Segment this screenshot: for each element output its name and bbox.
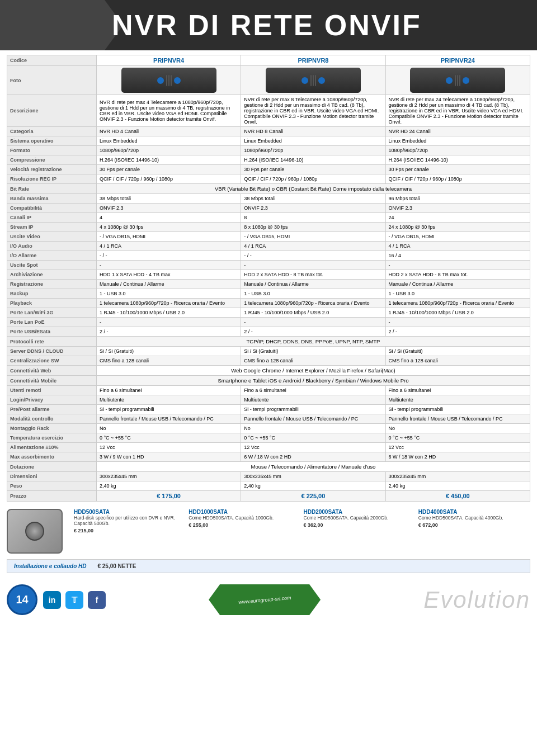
row-label: Server DDNS / CLOUD [7,347,97,356]
nvr-light2 [318,77,325,84]
website-arrow: www.eurogroup-srl.com [209,584,321,615]
product-photo-0 [96,66,241,95]
row-label: Centralizzazione SW [7,356,97,366]
product-photo-1 [241,66,385,95]
row-value: NVR di rete per max 8 Telecamere a 1080p… [241,95,385,127]
nvr-light [302,77,308,84]
row-label: Dimensioni [7,472,97,481]
span-row-label: Protocolli rete [7,337,97,347]
hdd-product-item: HDD500SATA Hard-disk specifico per utili… [74,509,186,533]
row-value: Pannello frontale / Mouse USB / Telecoma… [96,414,241,424]
row-value: Fino a 6 simultanei [385,386,530,395]
row-value: - [241,318,385,327]
span-row-value: Web Google Chrome / Internet Explorer / … [96,366,530,376]
row-value: Si / Si (Gratuiti) [96,347,241,356]
row-value: 24 x 1080p @ 30 fps [385,223,530,232]
nvr-vent [166,75,172,86]
row-value: Multiutente [241,395,385,405]
row-value: 1 - USB 3.0 [241,289,385,299]
row-label: Categoria [7,127,97,136]
row-value: H.264 (ISO/IEC 14496-10) [241,155,385,165]
badge-number: 14 [16,593,28,606]
row-value: ONVIF 2.3 [96,204,241,213]
row-value: H.264 (ISO/IEC 14496-10) [385,155,530,165]
facebook-icon[interactable]: f [88,591,106,609]
row-value: 16 / 4 [385,251,530,261]
row-value: - [385,261,530,270]
row-value: ONVIF 2.3 [241,204,385,213]
row-value: NVR HD 24 Canali [385,127,530,136]
hdd-product-item: HDD1000SATA Come HDD500SATA. Capacità 10… [189,509,300,533]
price-value-c3: € 450,00 [385,491,530,502]
row-value: CMS fino a 128 canali [241,356,385,366]
install-label: Installazione e collaudo HD [14,563,86,569]
row-value: - / - [96,251,241,261]
price-value-c1: € 175,00 [96,491,241,502]
price-label: Prezzo [7,491,97,502]
row-value: 300x235x45 mm [96,472,241,481]
row-label: I/O Audio [7,242,97,251]
footer: 14 in 𝕋 f www.eurogroup-srl.com Evolutio… [0,576,537,621]
row-value: Si / Si (Gratuiti) [241,347,385,356]
hdd-price: € 672,00 [418,522,530,528]
row-value: 2 / - [385,327,530,337]
hdd-product-item: HDD4000SATA Come HDD500SATA. Capacità 40… [418,509,530,533]
row-value: CMS fino a 128 canali [385,356,530,366]
nvr-device-visual [121,68,216,93]
row-value: 4 / 1 RCA [96,242,241,251]
page-header: NVR DI RETE ONVIF [0,0,537,50]
row-value: 8 [241,213,385,223]
row-value: Si - tempi programmabili [241,405,385,414]
row-label: Registrazione [7,280,97,289]
row-label: Modalità controllo [7,414,97,424]
row-value: Si - tempi programmabili [96,405,241,414]
span-row-label: Connettività Mobile [7,376,97,386]
row-value: 300x235x45 mm [241,472,385,481]
hdd-disk-visual [7,509,63,554]
span-row-label: Bit Rate [7,184,97,194]
nvr-light [157,77,164,84]
hdd-price: € 362,00 [304,522,416,528]
row-value: 4 [96,213,241,223]
row-value: QCIF / CIF / 720p / 960p / 1080p [241,174,385,184]
span-row-label: Dotazione [7,462,97,472]
foto-label: Foto [7,66,97,95]
row-value: 2 / - [241,327,385,337]
nvr-light [446,77,453,84]
website-area: www.eurogroup-srl.com [209,584,321,615]
hdd-product-item: HDD2000SATA Come HDD500SATA. Capacità 20… [304,509,416,533]
row-value: 1 telecamera 1080p/960p/720p - Ricerca o… [241,299,385,308]
row-label: Porte Lan PoE [7,318,97,327]
row-label: Utenti remoti [7,386,97,395]
row-label: Playback [7,299,97,308]
row-label: Sistema operativo [7,136,97,146]
span-row-value: TCP/IP, DHCP, DDNS, DNS, PPPoE, UPNP, NT… [96,337,530,347]
row-label: Max assorbimento [7,452,97,462]
row-value: 1 - USB 3.0 [385,289,530,299]
row-label: Formato [7,146,97,155]
row-label: Compatibilità [7,204,97,213]
footer-left: 14 in 𝕋 f [7,584,106,615]
row-label: Archiviazione [7,270,97,280]
row-label: Stream IP [7,223,97,232]
row-value: Manuale / Continua / Allarme [96,280,241,289]
header-arrow-decoration [0,0,123,50]
row-value: 2 / - [96,327,241,337]
row-value: 12 Vcc [96,443,241,452]
linkedin-icon[interactable]: in [43,591,61,609]
row-value: 300x235x45 mm [385,472,530,481]
product-photo-2 [385,66,530,95]
span-row-value: Mouse / Telecomando / Alimentatore / Man… [96,462,530,472]
hdd-products-grid: HDD500SATA Hard-disk specifico per utili… [74,509,530,533]
row-value: CMS fino a 128 canali [96,356,241,366]
hdd-title: HDD2000SATA [304,509,416,515]
nvr-device-visual [410,68,505,93]
nvr-light2 [174,77,181,84]
row-value: 6 W / 18 W con 2 HD [241,452,385,462]
row-value: Manuale / Continua / Allarme [385,280,530,289]
nvr-device-visual [266,68,361,93]
row-label: Banda massima [7,194,97,204]
twitter-icon[interactable]: 𝕋 [65,591,83,609]
hdd-desc: Come HDD500SATA. Capacità 2000Gb. [304,515,416,521]
row-value: Multiutente [385,395,530,405]
